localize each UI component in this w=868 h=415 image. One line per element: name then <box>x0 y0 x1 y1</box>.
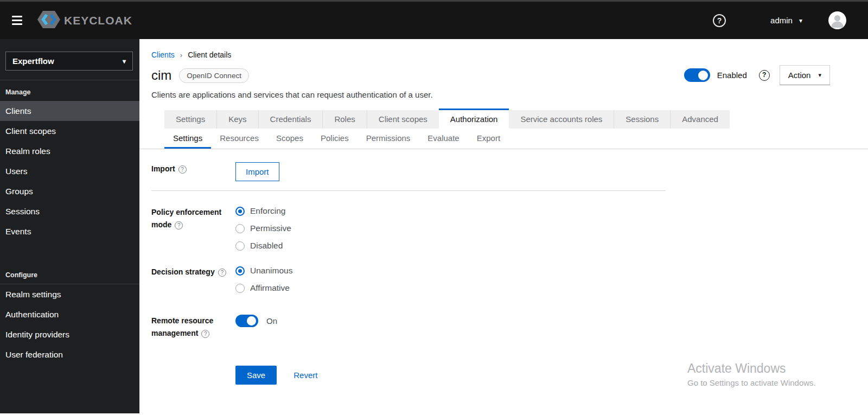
decision-strategy-radio-group: Unanimous Affirmative <box>235 265 667 293</box>
save-button[interactable]: Save <box>235 366 277 385</box>
policy-enforcement-help-icon[interactable]: ? <box>175 221 183 229</box>
subtab-export[interactable]: Export <box>468 129 509 149</box>
authorization-settings-form: Import? Import Policy enforcement mode? … <box>139 149 667 385</box>
chevron-down-icon: ▾ <box>818 72 821 79</box>
main-content: Clients › Client details cim OpenID Conn… <box>139 39 868 413</box>
sidebar-item-users[interactable]: Users <box>0 161 139 181</box>
radio-icon <box>235 241 245 251</box>
radio-affirmative[interactable]: Affirmative <box>235 283 667 293</box>
subtab-settings[interactable]: Settings <box>164 129 211 149</box>
radio-enforcing[interactable]: Enforcing <box>235 206 667 216</box>
sidebar-item-clients[interactable]: Clients <box>0 101 139 121</box>
remote-resource-management-label: Remote resource management? <box>151 315 235 340</box>
sidebar: Expertflow ▾ Manage Clients Client scope… <box>0 39 139 413</box>
windows-activation-watermark: Activate Windows Go to Settings to activ… <box>687 361 816 387</box>
masthead: KEYCLOAK ? admin ▾ <box>0 0 868 39</box>
remote-resource-state: On <box>266 316 277 325</box>
enabled-help-icon[interactable]: ? <box>759 70 770 81</box>
sidebar-item-authentication[interactable]: Authentication <box>0 304 139 324</box>
enabled-label: Enabled <box>717 71 747 80</box>
radio-icon <box>235 224 245 233</box>
tab-advanced[interactable]: Advanced <box>671 110 730 129</box>
breadcrumb: Clients › Client details <box>151 50 868 59</box>
watermark-subtitle: Go to Settings to activate Windows. <box>687 378 816 387</box>
username: admin <box>770 16 793 25</box>
chevron-right-icon: › <box>180 51 182 59</box>
revert-button[interactable]: Revert <box>293 371 317 380</box>
tab-client-scopes[interactable]: Client scopes <box>367 110 439 129</box>
watermark-title: Activate Windows <box>687 361 816 376</box>
breadcrumb-current: Client details <box>188 50 231 59</box>
subtab-policies[interactable]: Policies <box>312 129 358 149</box>
tab-sessions[interactable]: Sessions <box>614 110 671 129</box>
decision-strategy-label: Decision strategy? <box>151 265 235 293</box>
tab-settings[interactable]: Settings <box>164 110 217 129</box>
enabled-toggle[interactable] <box>684 68 710 82</box>
sidebar-item-realm-settings[interactable]: Realm settings <box>0 284 139 304</box>
radio-icon <box>235 266 245 276</box>
sidebar-item-realm-roles[interactable]: Realm roles <box>0 141 139 161</box>
remote-resource-help-icon[interactable]: ? <box>201 330 209 338</box>
subtab-permissions[interactable]: Permissions <box>358 129 419 149</box>
page-title: cim <box>151 68 171 83</box>
import-label: Import? <box>151 162 235 181</box>
tab-authorization[interactable]: Authorization <box>439 108 509 129</box>
nav-section-configure: Configure <box>0 263 139 284</box>
action-dropdown[interactable]: Action ▾ <box>780 65 830 85</box>
chevron-down-icon: ▾ <box>123 58 126 65</box>
subtab-scopes[interactable]: Scopes <box>267 129 312 149</box>
page-description: Clients are applications and services th… <box>151 90 868 99</box>
sidebar-item-client-scopes[interactable]: Client scopes <box>0 121 139 141</box>
breadcrumb-clients-link[interactable]: Clients <box>151 50 175 59</box>
policy-enforcement-mode-label: Policy enforcement mode? <box>151 205 235 251</box>
keycloak-hexagon-icon <box>37 10 61 31</box>
tab-credentials[interactable]: Credentials <box>259 110 323 129</box>
menu-icon[interactable] <box>4 10 29 31</box>
sidebar-item-user-federation[interactable]: User federation <box>0 344 139 365</box>
sidebar-item-groups[interactable]: Groups <box>0 181 139 201</box>
import-help-icon[interactable]: ? <box>178 165 187 174</box>
authorization-subtabs: Settings Resources Scopes Policies Permi… <box>139 129 868 149</box>
help-icon[interactable]: ? <box>713 14 726 27</box>
action-label: Action <box>788 71 811 80</box>
keycloak-brand[interactable]: KEYCLOAK <box>37 10 132 31</box>
user-menu[interactable]: admin ▾ <box>770 16 802 25</box>
tab-keys[interactable]: Keys <box>217 110 258 129</box>
subtab-resources[interactable]: Resources <box>211 129 267 149</box>
protocol-badge: OpenID Connect <box>179 68 249 83</box>
tab-service-accounts-roles[interactable]: Service accounts roles <box>509 110 614 129</box>
radio-icon <box>235 207 245 216</box>
radio-disabled[interactable]: Disabled <box>235 241 667 251</box>
subtab-evaluate[interactable]: Evaluate <box>419 129 468 149</box>
divider <box>151 190 666 191</box>
brand-text: KEYCLOAK <box>64 14 132 27</box>
radio-permissive[interactable]: Permissive <box>235 224 667 233</box>
sidebar-item-sessions[interactable]: Sessions <box>0 201 139 221</box>
import-button[interactable]: Import <box>235 162 279 181</box>
sidebar-item-identity-providers[interactable]: Identity providers <box>0 324 139 344</box>
decision-strategy-help-icon[interactable]: ? <box>218 269 226 277</box>
realm-selector[interactable]: Expertflow ▾ <box>5 52 133 71</box>
radio-unanimous[interactable]: Unanimous <box>235 266 667 276</box>
chevron-down-icon: ▾ <box>799 17 802 24</box>
client-tabs: Settings Keys Credentials Roles Client s… <box>164 108 868 129</box>
realm-name: Expertflow <box>12 56 54 66</box>
policy-enforcement-radio-group: Enforcing Permissive Disabled <box>235 205 667 251</box>
sidebar-item-events[interactable]: Events <box>0 221 139 241</box>
tab-roles[interactable]: Roles <box>323 110 367 129</box>
radio-icon <box>235 284 245 293</box>
remote-resource-toggle[interactable] <box>235 315 258 327</box>
nav-section-manage: Manage <box>0 80 139 101</box>
user-avatar-icon[interactable] <box>828 11 846 29</box>
